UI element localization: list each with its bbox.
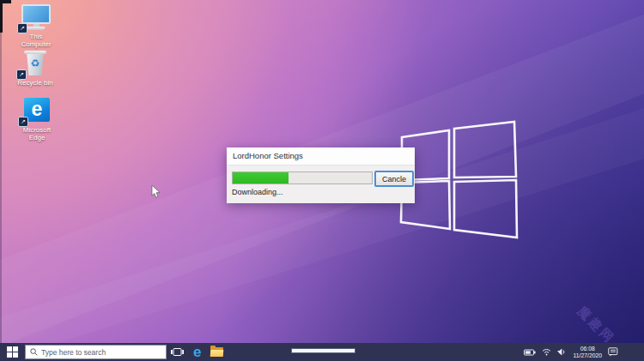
shortcut-arrow-icon: ↗: [16, 69, 27, 80]
monitor-screen: [21, 4, 51, 24]
dialog-title: LordHonor Settings: [227, 147, 415, 165]
clock-date: 11/27/2020: [573, 352, 602, 359]
screen-corner-artifact: [0, 0, 11, 3]
system-tray: 06:08 11/27/2020: [524, 343, 644, 361]
clock-time: 06:08: [573, 346, 602, 352]
screen-corner-artifact: [0, 0, 3, 33]
taskbar-progress-strip: [292, 349, 355, 352]
edge-tile-icon: e ↗: [15, 98, 59, 125]
start-button[interactable]: [7, 346, 18, 358]
folder-icon: [210, 347, 223, 357]
desktop-icon-recycle-bin[interactable]: ♻ ↗ Recycle bin: [13, 51, 58, 87]
task-view-button[interactable]: [171, 347, 184, 357]
dialog-titlebar[interactable]: LordHonor Settings: [227, 147, 415, 165]
volume-icon[interactable]: [557, 348, 567, 356]
action-center-icon[interactable]: [608, 347, 618, 357]
search-icon: [30, 348, 38, 356]
desktop-screen: 魔趣网 ↗ This Computer ♻ ↗ Recycle bin e ↗ …: [0, 0, 644, 361]
bin-body: ♻: [26, 54, 45, 75]
icon-label: Recycle bin: [13, 80, 58, 87]
progress-bar: [232, 171, 373, 184]
search-box[interactable]: [25, 345, 167, 359]
settings-dialog: LordHonor Settings Cancle Downloading...: [227, 147, 415, 203]
shortcut-arrow-icon: ↗: [18, 117, 28, 127]
windows-flag-icon: [7, 346, 12, 352]
battery-icon[interactable]: [524, 349, 536, 356]
edge-icon: e: [193, 345, 201, 359]
desktop-icon-microsoft-edge[interactable]: e ↗ Microsoft Edge: [15, 98, 59, 141]
status-text: Downloading...: [232, 188, 283, 196]
task-view-icon: [171, 347, 184, 357]
windows-flag-icon: [13, 352, 18, 358]
desktop-icon-this-computer[interactable]: ↗ This Computer: [14, 4, 58, 48]
cancel-button[interactable]: Cancle: [374, 171, 414, 187]
wifi-icon[interactable]: [542, 348, 551, 356]
screen-edge-shade: [0, 0, 2, 343]
computer-icon: ↗: [14, 4, 58, 32]
file-explorer-button[interactable]: [210, 347, 223, 357]
shortcut-arrow-icon: ↗: [17, 23, 27, 33]
recycle-bin-icon: ♻ ↗: [13, 51, 58, 78]
progress-fill: [233, 172, 289, 184]
search-input[interactable]: [41, 348, 161, 357]
taskbar: e 06: [0, 343, 644, 361]
recycle-symbol-icon: ♻: [26, 58, 45, 69]
bin-lid: [24, 51, 46, 54]
windows-flag-icon: [7, 352, 12, 358]
clock[interactable]: 06:08 11/27/2020: [573, 346, 602, 358]
edge-taskbar-button[interactable]: e: [193, 345, 201, 359]
icon-label: This Computer: [14, 33, 58, 48]
icon-label: Microsoft Edge: [15, 127, 59, 141]
windows-flag-icon: [13, 346, 18, 352]
